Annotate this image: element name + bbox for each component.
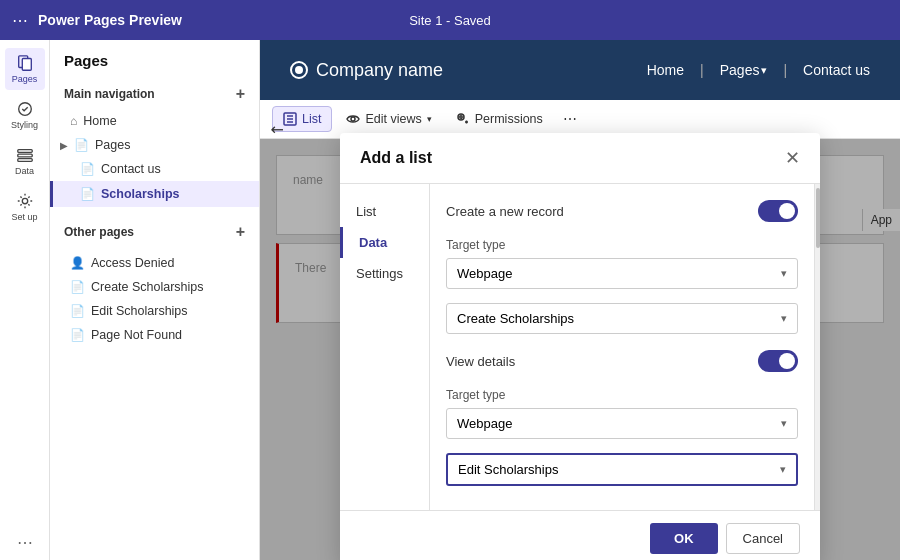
main-nav-label: Main navigation — [64, 87, 155, 101]
company-name-text: Company name — [316, 60, 443, 81]
modal-tab-list[interactable]: List — [340, 196, 429, 227]
toolbar-edit-views-button[interactable]: Edit views ▾ — [336, 107, 441, 131]
modal-title: Add a list — [360, 149, 432, 167]
modal-cancel-button[interactable]: Cancel — [726, 523, 800, 554]
sidebar-item-pages[interactable]: Pages — [5, 48, 45, 90]
modal-tab-data[interactable]: Data — [340, 227, 429, 258]
nav-item-home[interactable]: ⌂ Home — [50, 109, 259, 133]
view-target-type-dropdown[interactable]: Webpage ▾ — [446, 408, 798, 439]
create-scholarships-dropdown[interactable]: Create Scholarships ▾ — [446, 303, 798, 334]
view-details-toggle[interactable] — [758, 350, 798, 372]
page-icon-scholarships: 📄 — [80, 187, 95, 201]
sidebar-label-styling: Styling — [11, 120, 38, 130]
sidebar-item-data[interactable]: Data — [5, 140, 45, 182]
apps-icon[interactable]: ⋯ — [12, 11, 28, 30]
toolbar-list-label: List — [302, 112, 321, 126]
nav-label-home: Home — [83, 114, 116, 128]
modal-tab-settings[interactable]: Settings — [340, 258, 429, 289]
app-title: Power Pages Preview — [38, 12, 182, 28]
nav-divider-1: | — [700, 62, 704, 78]
toolbar-permissions-button[interactable]: Permissions — [446, 107, 553, 131]
nav-divider-2: | — [783, 62, 787, 78]
create-target-type-label: Target type — [446, 238, 798, 252]
sidebar-label-pages: Pages — [12, 74, 38, 84]
sidebar-item-setup[interactable]: Set up — [5, 186, 45, 228]
svg-point-6 — [22, 198, 27, 203]
sidebar-label-data: Data — [15, 166, 34, 176]
add-list-modal: Add a list ✕ List Data — [340, 133, 820, 560]
nav-item-access-denied[interactable]: 👤 Access Denied — [50, 251, 259, 275]
nav-item-edit-scholarships[interactable]: 📄 Edit Scholarships — [50, 299, 259, 323]
svg-rect-4 — [17, 154, 31, 157]
page-icon-404: 📄 — [70, 328, 85, 342]
nav-item-pages[interactable]: ▶ 📄 Pages — [50, 133, 259, 157]
other-pages-label: Other pages — [64, 225, 134, 239]
modal-scrollbar-thumb — [816, 188, 820, 248]
modal-overlay: Add a list ✕ List Data — [260, 139, 900, 560]
nav-label-create-scholarships: Create Scholarships — [91, 280, 204, 294]
nav-item-contact-us[interactable]: 📄 Contact us — [50, 157, 259, 181]
modal-tabs: List Data Settings — [340, 184, 430, 510]
create-new-record-toggle[interactable] — [758, 200, 798, 222]
sidebar-more-button[interactable]: ⋯ — [17, 533, 33, 552]
website-nav-home[interactable]: Home — [647, 62, 684, 78]
nav-item-scholarships[interactable]: 📄 Scholarships ⋯ — [50, 181, 259, 207]
view-target-type-label: Target type — [446, 388, 798, 402]
edit-scholarships-dropdown[interactable]: Edit Scholarships ▾ — [446, 453, 798, 486]
website-nav-contact[interactable]: Contact us — [803, 62, 870, 78]
modal-ok-button[interactable]: OK — [650, 523, 718, 554]
page-icon-contact: 📄 — [80, 162, 95, 176]
view-target-type-value: Webpage — [457, 416, 512, 431]
nav-item-create-scholarships[interactable]: 📄 Create Scholarships — [50, 275, 259, 299]
view-details-label: View details — [446, 354, 515, 369]
create-scholarships-arrow: ▾ — [781, 312, 787, 325]
page-icon-create: 📄 — [70, 280, 85, 294]
edit-scholarships-value: Edit Scholarships — [458, 462, 558, 477]
nav-label-pages: Pages — [95, 138, 130, 152]
modal-close-button[interactable]: ✕ — [785, 147, 800, 169]
page-content: name There App Add a list ✕ — [260, 139, 900, 560]
other-pages-header: Other pages + — [50, 217, 259, 247]
view-target-type-arrow: ▾ — [781, 417, 787, 430]
modal-scrollbar[interactable] — [814, 184, 820, 510]
sidebar-item-styling[interactable]: Styling — [5, 94, 45, 136]
svg-rect-3 — [17, 150, 31, 153]
view-target-type-section: Target type Webpage ▾ — [446, 388, 798, 439]
content-area: ↖ Company name Home | Pages▾ | Contact u… — [260, 40, 900, 560]
company-radio-icon — [290, 61, 308, 79]
svg-rect-5 — [17, 159, 31, 162]
home-icon: ⌂ — [70, 114, 77, 128]
modal-body: List Data Settings — [340, 184, 820, 510]
create-scholarships-value: Create Scholarships — [457, 311, 574, 326]
svg-point-11 — [351, 117, 355, 121]
view-details-row: View details — [446, 350, 798, 372]
modal-header: Add a list ✕ — [340, 133, 820, 184]
create-target-type-value: Webpage — [457, 266, 512, 281]
add-main-nav-button[interactable]: + — [236, 85, 245, 103]
modal-footer: OK Cancel — [340, 510, 820, 560]
website-nav-pages[interactable]: Pages▾ — [720, 62, 768, 78]
add-other-pages-button[interactable]: + — [236, 223, 245, 241]
nav-label-page-not-found: Page Not Found — [91, 328, 182, 342]
nav-label-access-denied: Access Denied — [91, 256, 174, 270]
svg-rect-1 — [22, 59, 31, 71]
nav-label-edit-scholarships: Edit Scholarships — [91, 304, 188, 318]
nav-label-scholarships: Scholarships — [101, 187, 180, 201]
main-layout: Pages Styling Data Set up ⋯ Pages Main n… — [0, 40, 900, 560]
nav-label-contact-us: Contact us — [101, 162, 161, 176]
folder-icon: 📄 — [74, 138, 89, 152]
create-target-type-dropdown[interactable]: Webpage ▾ — [446, 258, 798, 289]
nav-item-page-not-found[interactable]: 📄 Page Not Found — [50, 323, 259, 347]
website-nav-links: Home | Pages▾ | Contact us — [647, 62, 870, 78]
sidebar-label-setup: Set up — [11, 212, 37, 222]
toolbar-more-button[interactable]: ⋯ — [557, 106, 583, 132]
main-nav-header: Main navigation + — [50, 79, 259, 109]
svg-point-13 — [460, 116, 462, 118]
create-target-type-arrow: ▾ — [781, 267, 787, 280]
user-icon: 👤 — [70, 256, 85, 270]
other-pages-list: 👤 Access Denied 📄 Create Scholarships 📄 … — [50, 251, 259, 347]
site-status: Site 1 - Saved — [409, 13, 491, 28]
company-name: Company name — [290, 60, 443, 81]
chevron-icon: ▶ — [60, 140, 68, 151]
sidebar: Pages Styling Data Set up ⋯ — [0, 40, 50, 560]
